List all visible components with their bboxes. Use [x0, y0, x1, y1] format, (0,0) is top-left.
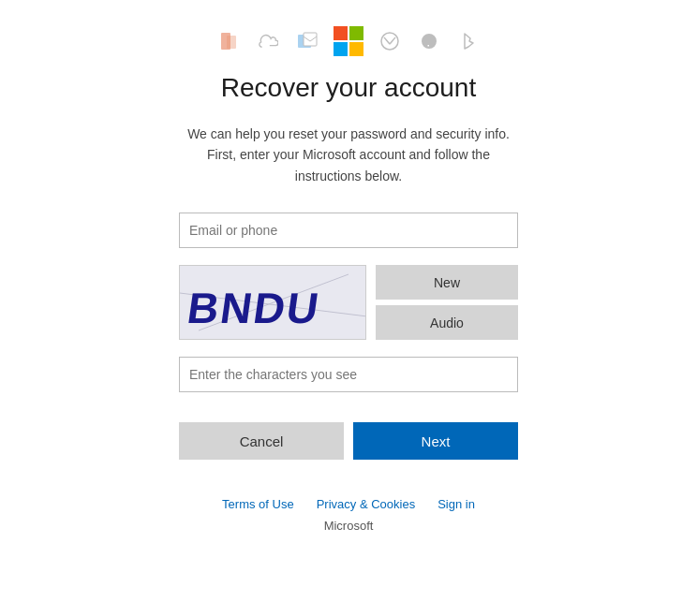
main-content: Recover your account We can help you res…: [77, 73, 620, 497]
xbox-icon: [377, 28, 403, 54]
bing-icon: [455, 28, 482, 54]
office-icon: [215, 28, 242, 54]
footer-links: Terms of Use Privacy & Cookies Sign in: [222, 497, 475, 511]
email-input[interactable]: [179, 213, 518, 248]
captcha-image: BNDU: [179, 265, 366, 340]
button-row: Cancel Next: [179, 422, 518, 460]
svg-text:BNDU: BNDU: [185, 284, 323, 332]
svg-rect-3: [304, 33, 317, 46]
svg-point-4: [381, 33, 398, 50]
cancel-button[interactable]: Cancel: [179, 422, 344, 460]
captcha-section: BNDU New Audio: [179, 265, 518, 340]
outlook-icon: [294, 28, 320, 54]
page-title: Recover your account: [221, 73, 476, 103]
captcha-new-button[interactable]: New: [376, 265, 518, 300]
svg-rect-1: [227, 36, 236, 49]
footer-brand: Microsoft: [324, 519, 374, 533]
captcha-buttons: New Audio: [376, 265, 518, 340]
microsoft-logo: [334, 26, 363, 56]
privacy-link[interactable]: Privacy & Cookies: [317, 497, 415, 511]
next-button[interactable]: Next: [353, 422, 518, 460]
page-description: We can help you reset your password and …: [180, 124, 517, 186]
signin-link[interactable]: Sign in: [437, 497, 475, 511]
captcha-audio-button[interactable]: Audio: [376, 305, 518, 340]
terms-link[interactable]: Terms of Use: [222, 497, 294, 511]
skype-icon: [416, 28, 442, 54]
top-icons-bar: [215, 0, 482, 73]
captcha-input[interactable]: [179, 357, 518, 392]
onedrive-icon: [255, 28, 281, 54]
